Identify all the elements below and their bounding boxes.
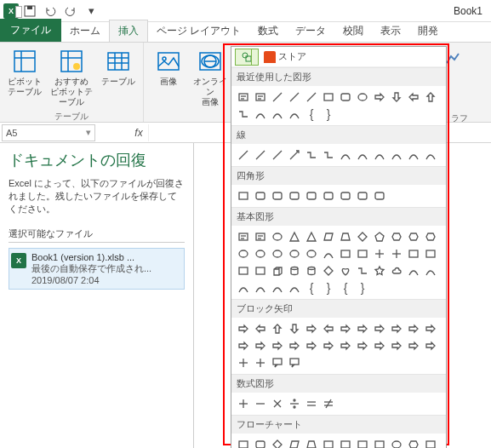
recommended-pivot-button[interactable]: おすすめ ピボットテーブル: [46, 46, 97, 109]
shape-curve[interactable]: [405, 146, 422, 164]
shape-conn[interactable]: [303, 146, 320, 164]
shape-rarrow[interactable]: [337, 320, 354, 337]
shape-roundrect[interactable]: [371, 187, 388, 204]
tab-formulas[interactable]: 数式: [249, 20, 287, 42]
shape-darrow[interactable]: [388, 89, 405, 106]
shape-curve[interactable]: [252, 106, 269, 123]
shape-rect[interactable]: [405, 245, 422, 262]
save-button[interactable]: [20, 2, 39, 20]
shape-roundrect[interactable]: [252, 436, 269, 448]
shape-hex[interactable]: [422, 228, 439, 245]
shape-rarrow[interactable]: [354, 320, 371, 337]
shape-rbrace[interactable]: }: [354, 279, 371, 296]
shape-rbrace[interactable]: }: [320, 279, 337, 296]
shape-plus[interactable]: [388, 245, 405, 262]
shape-rarrow[interactable]: [269, 337, 286, 354]
shape-rarrow[interactable]: [286, 337, 303, 354]
qat-customize-button[interactable]: ▾: [82, 2, 100, 20]
shape-larrow[interactable]: [405, 89, 422, 106]
shape-rect[interactable]: [320, 436, 337, 448]
shape-hex[interactable]: [405, 228, 422, 245]
shape-lbrace[interactable]: {: [337, 279, 354, 296]
shape-diamond[interactable]: [269, 436, 286, 448]
shape-curve[interactable]: [252, 279, 269, 296]
shape-rect[interactable]: [337, 436, 354, 448]
shape-rarrow[interactable]: [303, 337, 320, 354]
shape-textbox[interactable]: [235, 228, 252, 245]
shape-star[interactable]: [371, 262, 388, 279]
shape-line[interactable]: [269, 89, 286, 106]
shape-roundrect[interactable]: [320, 187, 337, 204]
shape-curve[interactable]: [422, 146, 439, 164]
shape-tri[interactable]: [286, 228, 303, 245]
shape-conn[interactable]: [235, 106, 252, 123]
shape-textbox[interactable]: [252, 89, 269, 106]
shape-diamond[interactable]: [320, 262, 337, 279]
shape-rarrow[interactable]: [320, 337, 337, 354]
shape-rect[interactable]: [422, 436, 439, 448]
shape-curve[interactable]: [371, 146, 388, 164]
shape-rarrow[interactable]: [405, 337, 422, 354]
shape-rarrow[interactable]: [405, 320, 422, 337]
shape-rarrow[interactable]: [235, 320, 252, 337]
shape-line[interactable]: [235, 146, 252, 164]
shape-tri[interactable]: [303, 228, 320, 245]
shape-diamond[interactable]: [354, 228, 371, 245]
shape-rect[interactable]: [354, 436, 371, 448]
shape-eq[interactable]: [303, 395, 320, 412]
shape-rarrow[interactable]: [354, 337, 371, 354]
name-box[interactable]: A5 ▾: [2, 124, 95, 141]
shape-line[interactable]: [286, 89, 303, 106]
shape-rect[interactable]: [235, 436, 252, 448]
shape-roundrect[interactable]: [252, 187, 269, 204]
shape-hex[interactable]: [388, 228, 405, 245]
fx-button[interactable]: fx: [129, 123, 148, 142]
shape-oval[interactable]: [388, 436, 405, 448]
tab-home[interactable]: ホーム: [61, 20, 109, 42]
shape-oval[interactable]: [354, 89, 371, 106]
shape-curve[interactable]: [286, 279, 303, 296]
shape-rbrace[interactable]: }: [320, 106, 337, 123]
shape-curve[interactable]: [269, 279, 286, 296]
redo-button[interactable]: [61, 2, 80, 20]
shape-rarrow[interactable]: [422, 337, 439, 354]
shape-rect[interactable]: [320, 89, 337, 106]
table-button[interactable]: テーブル: [99, 46, 138, 109]
shape-uarrow[interactable]: [422, 89, 439, 106]
shape-oval[interactable]: [286, 245, 303, 262]
shape-oval[interactable]: [269, 245, 286, 262]
shape-rect[interactable]: [252, 262, 269, 279]
shape-roundrect[interactable]: [337, 187, 354, 204]
tab-page-layout[interactable]: ページ レイアウト: [148, 20, 249, 42]
shape-oval[interactable]: [252, 245, 269, 262]
shape-roundrect[interactable]: [337, 89, 354, 106]
shape-rarrow[interactable]: [337, 337, 354, 354]
shape-curve[interactable]: [405, 262, 422, 279]
shape-uarrow[interactable]: [269, 320, 286, 337]
shape-rect[interactable]: [422, 245, 439, 262]
shape-rarrow[interactable]: [371, 320, 388, 337]
shape-hex[interactable]: [405, 436, 422, 448]
shape-trap[interactable]: [303, 436, 320, 448]
shape-curve[interactable]: [269, 106, 286, 123]
tab-view[interactable]: 表示: [372, 20, 409, 42]
shape-curve[interactable]: [388, 146, 405, 164]
shape-roundrect[interactable]: [354, 187, 371, 204]
pivot-table-button[interactable]: ピボット テーブル: [5, 46, 44, 109]
shape-curve[interactable]: [337, 146, 354, 164]
shape-trap[interactable]: [337, 228, 354, 245]
shape-curve[interactable]: [235, 279, 252, 296]
shape-rarrow[interactable]: [371, 89, 388, 106]
shape-cyl[interactable]: [286, 262, 303, 279]
shape-cyl[interactable]: [303, 262, 320, 279]
shape-plus[interactable]: [252, 354, 269, 371]
shape-div[interactable]: [286, 395, 303, 412]
tab-insert[interactable]: 挿入: [109, 20, 148, 42]
shape-line[interactable]: [303, 89, 320, 106]
shape-line[interactable]: [252, 146, 269, 164]
office-store-link[interactable]: ストア: [264, 50, 306, 63]
shape-rarrow[interactable]: [388, 320, 405, 337]
shape-cube[interactable]: [269, 262, 286, 279]
shape-rect[interactable]: [235, 262, 252, 279]
tab-data[interactable]: データ: [287, 20, 334, 42]
